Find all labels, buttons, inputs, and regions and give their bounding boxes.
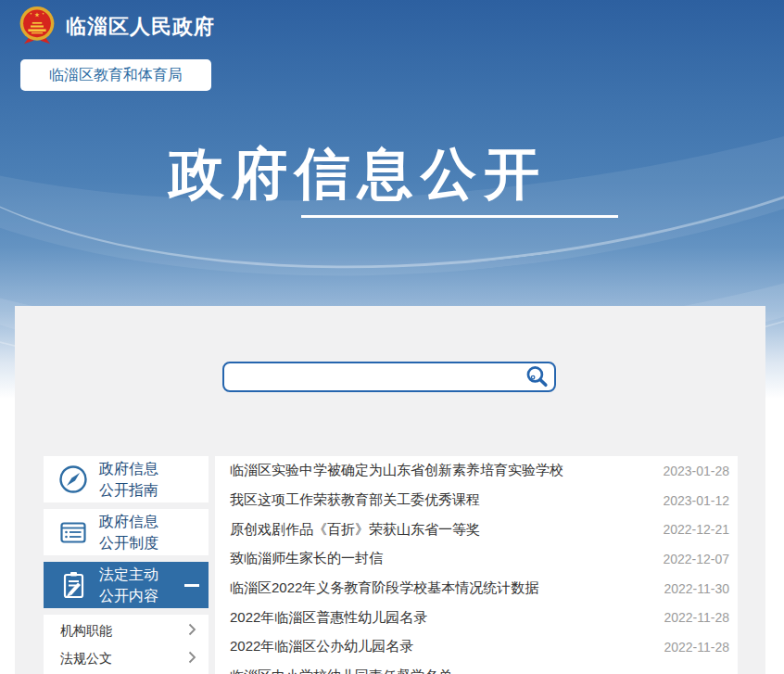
news-date: 2022-12-07 — [663, 552, 729, 566]
news-date: 2023-01-12 — [663, 493, 729, 508]
news-row: 临淄区中小学校幼儿园责任督学名单 — [230, 662, 729, 674]
news-row: 我区这项工作荣获教育部关工委优秀课程 2023-01-12 — [230, 486, 729, 515]
news-title-link[interactable]: 2022年临淄区公办幼儿园名录 — [230, 638, 651, 655]
minus-indicator-icon — [184, 584, 199, 587]
news-row: 2022年临淄区普惠性幼儿园名录 2022-11-28 — [230, 603, 729, 632]
search-bar — [222, 362, 556, 392]
search-icon — [525, 378, 550, 392]
news-title-link[interactable]: 我区这项工作荣获教育部关工委优秀课程 — [230, 491, 650, 509]
news-date: 2022-12-21 — [663, 522, 729, 537]
sidebar-item-gongkai-zhidu[interactable]: 政府信息 公开制度 — [44, 509, 209, 555]
news-list: 临淄区实验中学被确定为山东省创新素养培育实验学校 2023-01-28 我区这项… — [215, 456, 738, 674]
news-date: 2022-11-28 — [664, 640, 729, 655]
clipboard-pencil-icon — [56, 567, 91, 603]
sidebar: 政府信息 公开指南 — [44, 456, 209, 674]
news-date: 2022-11-28 — [664, 610, 729, 625]
main-columns: 政府信息 公开指南 — [44, 456, 738, 674]
news-row: 2022年临淄区公办幼儿园名录 2022-11-28 — [230, 632, 729, 662]
gov-name: 临淄区人民政府 — [66, 13, 215, 41]
news-row: 临淄区实验中学被确定为山东省创新素养培育实验学校 2023-01-28 — [230, 456, 729, 486]
sidebar-sub-item[interactable]: 法规公文 — [44, 645, 209, 673]
sidebar-item-fading-zhudong-gongkai[interactable]: 法定主动 公开内容 — [44, 562, 209, 608]
title-underline — [301, 215, 618, 218]
news-title-link[interactable]: 临淄区中小学校幼儿园责任督学名单 — [230, 668, 716, 674]
news-row: 临淄区2022年义务教育阶段学校基本情况统计数据 2022-11-30 — [230, 574, 729, 604]
news-row: 原创戏剧作品《百折》荣获山东省一等奖 2022-12-21 — [230, 515, 729, 544]
department-button[interactable]: 临淄区教育和体育局 — [20, 59, 211, 91]
sidebar-item-label: 政府信息 公开指南 — [99, 458, 158, 501]
page-title: 政府信息公开 — [0, 137, 715, 212]
news-title-link[interactable]: 原创戏剧作品《百折》荣获山东省一等奖 — [230, 521, 650, 539]
sidebar-item-gongkai-zhinan[interactable]: 政府信息 公开指南 — [44, 456, 209, 502]
page-root: 临淄区人民政府 临淄区教育和体育局 政府信息公开 — [0, 0, 784, 674]
news-row: 致临淄师生家长的一封信 2022-12-07 — [230, 544, 729, 574]
content-panel: 政府信息 公开指南 — [15, 306, 765, 674]
sidebar-sub-item[interactable]: 机构职能 — [44, 617, 209, 645]
news-date: 2023-01-28 — [663, 464, 729, 478]
national-emblem-icon — [18, 5, 57, 49]
gov-brand[interactable]: 临淄区人民政府 — [18, 5, 215, 49]
document-list-icon — [56, 515, 91, 550]
news-title-link[interactable]: 2022年临淄区普惠性幼儿园名录 — [230, 609, 651, 627]
news-date: 2022-11-30 — [664, 581, 729, 596]
search-button[interactable] — [525, 364, 550, 389]
sidebar-item-label: 政府信息 公开制度 — [99, 511, 158, 553]
search-input[interactable] — [222, 362, 556, 392]
compass-icon — [56, 462, 91, 497]
sidebar-item-label: 法定主动 公开内容 — [99, 564, 158, 606]
sidebar-sub-menu: 机构职能 法规公文 — [44, 615, 209, 674]
news-title-link[interactable]: 致临淄师生家长的一封信 — [230, 550, 650, 567]
chevron-right-icon — [188, 651, 196, 668]
chevron-right-icon — [188, 623, 196, 640]
news-title-link[interactable]: 临淄区实验中学被确定为山东省创新素养培育实验学校 — [230, 462, 650, 479]
news-title-link[interactable]: 临淄区2022年义务教育阶段学校基本情况统计数据 — [230, 579, 651, 597]
